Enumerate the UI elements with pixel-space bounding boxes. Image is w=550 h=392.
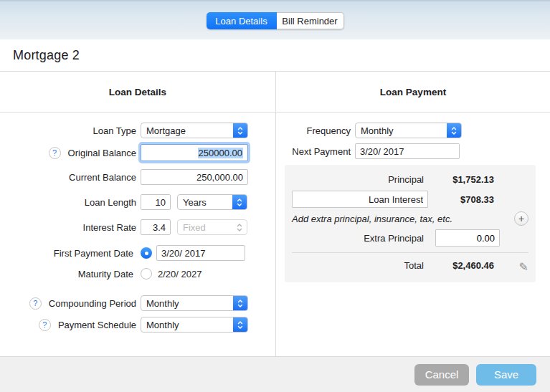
- frequency-popup[interactable]: Monthly: [355, 123, 462, 138]
- view-tabs: Loan Details Bill Reminder: [207, 12, 344, 29]
- current-balance-label: Current Balance: [69, 172, 136, 183]
- compounding-period-label: Compounding Period: [49, 298, 136, 309]
- maturity-date-label: Maturity Date: [78, 269, 133, 279]
- first-payment-date-radio[interactable]: [141, 247, 152, 259]
- loan-length-label: Loan Length: [85, 197, 136, 208]
- cancel-button[interactable]: Cancel: [414, 364, 469, 386]
- rate-type-popup: Fixed: [177, 219, 247, 235]
- updown-chevrons-icon: [447, 123, 461, 138]
- interest-rate-row: Interest Rate Fixed: [0, 219, 275, 235]
- loan-details-column: Loan Details Loan Type Mortgage ? Origin…: [0, 72, 276, 356]
- principal-value: $1,752.13: [428, 174, 494, 185]
- page-title: Mortgage 2: [13, 48, 80, 63]
- loan-length-row: Loan Length Years: [0, 194, 275, 210]
- maturity-date-value: 2/20/ 2027: [158, 269, 201, 279]
- first-payment-date-label: First Payment Date: [54, 248, 133, 259]
- interest-rate-input[interactable]: [141, 219, 171, 235]
- extra-items-note: Add extra principal, insurance, tax, etc…: [292, 214, 514, 224]
- compounding-period-popup[interactable]: Monthly: [141, 295, 248, 311]
- tab-bill-reminder[interactable]: Bill Reminder: [277, 12, 344, 29]
- loan-type-value: Mortgage: [141, 123, 233, 138]
- updown-chevrons-icon: [232, 220, 247, 234]
- extra-principal-input[interactable]: [435, 229, 500, 247]
- frequency-label: Frequency: [276, 125, 355, 136]
- help-icon[interactable]: ?: [39, 319, 51, 331]
- interest-rate-label: Interest Rate: [83, 222, 136, 233]
- tab-loan-details[interactable]: Loan Details: [207, 12, 277, 29]
- compounding-period-value: Monthly: [141, 296, 233, 310]
- add-extra-item-button[interactable]: +: [514, 211, 528, 226]
- extra-items-note-row: Add extra principal, insurance, tax, etc…: [292, 209, 528, 228]
- payment-schedule-label: Payment Schedule: [58, 320, 136, 330]
- maturity-date-radio[interactable]: [141, 268, 152, 279]
- maturity-date-row: Maturity Date 2/20/ 2027: [0, 267, 275, 281]
- help-icon[interactable]: ?: [49, 147, 61, 159]
- frequency-row: Frequency Monthly: [276, 123, 550, 138]
- window-toolbar: Loan Details Bill Reminder: [0, 0, 550, 39]
- loan-type-popup[interactable]: Mortgage: [141, 123, 248, 138]
- payment-schedule-value: Monthly: [141, 317, 233, 332]
- selected-text: 250000.00: [198, 148, 243, 158]
- updown-chevrons-icon: [233, 296, 247, 310]
- loan-interest-value: $708.33: [428, 194, 494, 205]
- original-balance-input[interactable]: 250000.00: [141, 144, 248, 161]
- section-header-loan-payment: Loan Payment: [276, 72, 550, 113]
- current-balance-input[interactable]: [141, 169, 248, 185]
- loan-type-label: Loan Type: [93, 125, 136, 136]
- main-content: Loan Details Loan Type Mortgage ? Origin…: [0, 72, 550, 356]
- next-payment-input[interactable]: [355, 143, 460, 159]
- loan-interest-name-input[interactable]: [292, 191, 428, 208]
- total-value: $2,460.46: [428, 260, 494, 271]
- loan-length-unit-popup[interactable]: Years: [177, 194, 247, 210]
- payment-schedule-row: ? Payment Schedule Monthly: [0, 317, 275, 333]
- next-payment-row: Next Payment: [276, 143, 550, 159]
- dialog-footer: Cancel Save: [0, 356, 550, 392]
- extra-principal-row: Extra Principal: [292, 229, 528, 247]
- current-balance-row: Current Balance: [0, 169, 275, 185]
- next-payment-label: Next Payment: [276, 146, 355, 157]
- loan-interest-row: $708.33: [292, 191, 528, 208]
- compounding-period-row: ? Compounding Period Monthly: [0, 295, 275, 311]
- loan-type-row: Loan Type Mortgage: [0, 123, 275, 138]
- total-row: Total $2,460.46 ✎: [292, 252, 528, 277]
- original-balance-row: ? Original Balance 250000.00: [0, 144, 275, 161]
- updown-chevrons-icon: [232, 195, 247, 209]
- updown-chevrons-icon: [233, 123, 247, 138]
- principal-row: Principal $1,752.13: [292, 171, 528, 188]
- rate-type-value: Fixed: [178, 220, 232, 234]
- save-button[interactable]: Save: [476, 364, 536, 386]
- help-icon[interactable]: ?: [29, 297, 42, 310]
- extra-principal-label: Extra Principal: [292, 233, 428, 244]
- payment-breakdown-panel: Principal $1,752.13 $708.33 Add extra pr…: [285, 165, 536, 282]
- first-payment-date-input[interactable]: [156, 245, 245, 261]
- payment-schedule-popup[interactable]: Monthly: [141, 317, 248, 333]
- loan-payment-column: Loan Payment Frequency Monthly Next Paym…: [276, 72, 550, 356]
- original-balance-label: Original Balance: [68, 148, 136, 158]
- updown-chevrons-icon: [233, 317, 247, 332]
- loan-length-input[interactable]: [141, 194, 171, 210]
- section-header-loan-details: Loan Details: [0, 72, 275, 113]
- frequency-value: Monthly: [356, 123, 447, 138]
- loan-length-unit-value: Years: [178, 195, 232, 209]
- title-bar: Mortgage 2: [0, 39, 550, 72]
- edit-pencil-icon[interactable]: ✎: [507, 260, 528, 274]
- principal-label: Principal: [292, 174, 428, 185]
- first-payment-date-row: First Payment Date: [0, 245, 275, 261]
- total-label: Total: [292, 260, 428, 271]
